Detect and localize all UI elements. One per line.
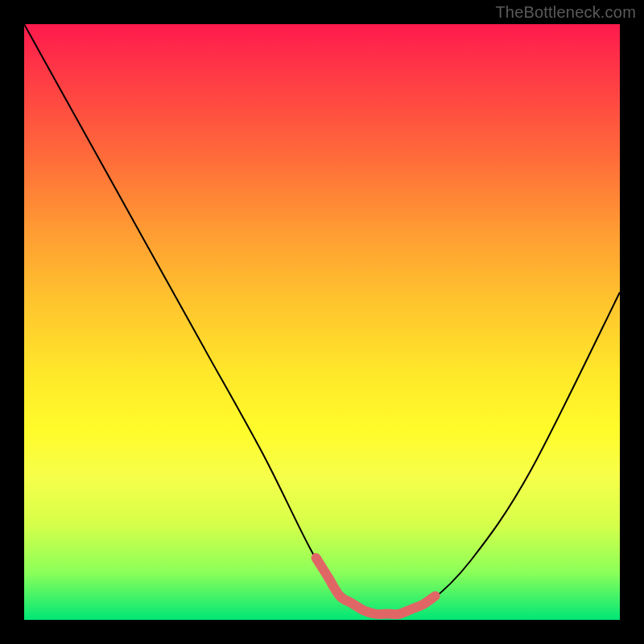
bottleneck-curve (24, 24, 620, 620)
plot-area (24, 24, 620, 620)
chart-frame: TheBottleneck.com (0, 0, 644, 644)
watermark-text: TheBottleneck.com (495, 3, 636, 22)
